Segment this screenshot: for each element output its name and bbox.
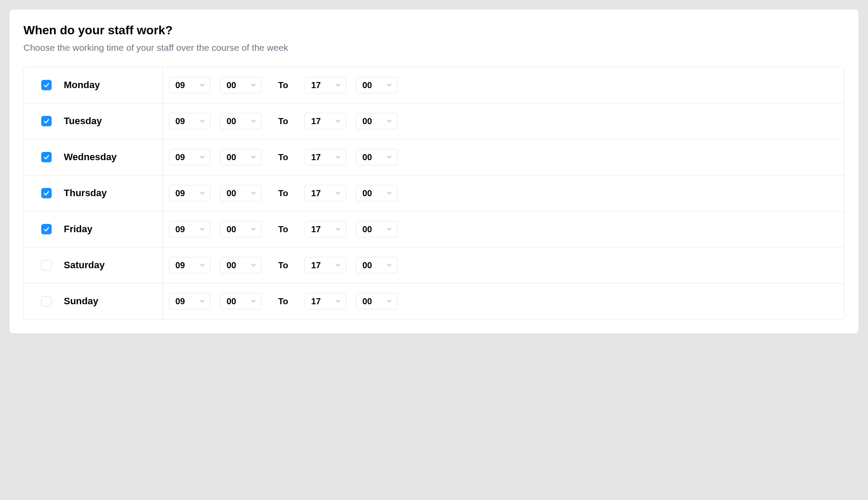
- chevron-down-icon: [199, 154, 206, 161]
- time-separator: To: [271, 80, 295, 90]
- start-hour-select[interactable]: 09: [169, 221, 210, 237]
- day-enabled-checkbox[interactable]: [41, 260, 52, 270]
- chevron-down-icon: [250, 82, 257, 89]
- end-hour-value: 17: [311, 260, 321, 270]
- day-label: Tuesday: [64, 115, 102, 127]
- start-minute-select[interactable]: 00: [220, 113, 262, 129]
- page-title: When do your staff work?: [23, 23, 845, 37]
- start-minute-value: 00: [227, 152, 236, 162]
- end-hour-select[interactable]: 17: [305, 257, 346, 273]
- day-enabled-checkbox[interactable]: [41, 224, 52, 234]
- time-cell: 09 00 To 17 00: [163, 283, 844, 319]
- chevron-down-icon: [199, 190, 206, 197]
- day-label: Sunday: [64, 296, 98, 307]
- time-cell: 09 00 To 17 00: [163, 175, 844, 211]
- start-hour-select[interactable]: 09: [169, 149, 210, 165]
- schedule-row-friday: Friday 09 00 To 17: [24, 211, 844, 247]
- end-minute-value: 00: [362, 260, 372, 270]
- check-icon: [43, 82, 49, 88]
- start-minute-select[interactable]: 00: [220, 185, 262, 201]
- chevron-down-icon: [250, 226, 257, 233]
- day-enabled-checkbox[interactable]: [41, 188, 52, 198]
- time-separator: To: [271, 296, 295, 306]
- chevron-down-icon: [386, 82, 393, 89]
- end-hour-select[interactable]: 17: [305, 293, 346, 309]
- start-minute-select[interactable]: 00: [220, 77, 262, 93]
- chevron-down-icon: [250, 154, 257, 161]
- time-cell: 09 00 To 17 00: [163, 139, 844, 175]
- chevron-down-icon: [335, 226, 342, 233]
- chevron-down-icon: [250, 190, 257, 197]
- start-hour-select[interactable]: 09: [169, 185, 210, 201]
- day-cell: Sunday: [24, 283, 163, 319]
- chevron-down-icon: [199, 118, 206, 125]
- end-hour-value: 17: [311, 116, 321, 126]
- page-subtitle: Choose the working time of your staff ov…: [23, 43, 845, 53]
- end-hour-select[interactable]: 17: [305, 149, 346, 165]
- time-separator: To: [271, 152, 295, 162]
- end-minute-select[interactable]: 00: [356, 293, 398, 309]
- start-minute-select[interactable]: 00: [220, 149, 262, 165]
- start-hour-value: 09: [175, 80, 185, 90]
- start-hour-select[interactable]: 09: [169, 77, 210, 93]
- start-hour-select[interactable]: 09: [169, 113, 210, 129]
- day-label: Monday: [64, 79, 100, 91]
- day-cell: Wednesday: [24, 139, 163, 175]
- time-cell: 09 00 To 17 00: [163, 211, 844, 247]
- chevron-down-icon: [250, 262, 257, 269]
- start-minute-select[interactable]: 00: [220, 221, 262, 237]
- end-minute-select[interactable]: 00: [356, 77, 398, 93]
- schedule-grid: Monday 09 00 To 17: [23, 67, 845, 319]
- start-minute-select[interactable]: 00: [220, 257, 262, 273]
- start-hour-select[interactable]: 09: [169, 257, 210, 273]
- end-minute-value: 00: [362, 224, 372, 234]
- end-hour-select[interactable]: 17: [305, 221, 346, 237]
- end-minute-select[interactable]: 00: [356, 221, 398, 237]
- end-minute-value: 00: [362, 296, 372, 306]
- end-hour-select[interactable]: 17: [305, 185, 346, 201]
- chevron-down-icon: [199, 298, 206, 305]
- start-minute-select[interactable]: 00: [220, 293, 262, 309]
- check-icon: [43, 154, 49, 160]
- check-icon: [43, 190, 49, 196]
- chevron-down-icon: [199, 262, 206, 269]
- schedule-row-thursday: Thursday 09 00 To 17: [24, 175, 844, 211]
- time-cell: 09 00 To 17 00: [163, 67, 844, 103]
- day-enabled-checkbox[interactable]: [41, 296, 52, 306]
- end-minute-select[interactable]: 00: [356, 257, 398, 273]
- chevron-down-icon: [386, 154, 393, 161]
- day-cell: Monday: [24, 67, 163, 103]
- chevron-down-icon: [199, 82, 206, 89]
- start-hour-value: 09: [175, 116, 185, 126]
- working-hours-card: When do your staff work? Choose the work…: [10, 10, 858, 333]
- end-hour-select[interactable]: 17: [305, 113, 346, 129]
- day-enabled-checkbox[interactable]: [41, 116, 52, 126]
- end-hour-value: 17: [311, 152, 321, 162]
- start-hour-value: 09: [175, 224, 185, 234]
- schedule-row-wednesday: Wednesday 09 00 To 17: [24, 139, 844, 175]
- day-enabled-checkbox[interactable]: [41, 152, 52, 162]
- day-enabled-checkbox[interactable]: [41, 80, 52, 90]
- start-minute-value: 00: [227, 188, 236, 198]
- day-cell: Tuesday: [24, 103, 163, 139]
- end-hour-value: 17: [311, 296, 321, 306]
- start-hour-select[interactable]: 09: [169, 293, 210, 309]
- end-minute-select[interactable]: 00: [356, 149, 398, 165]
- end-minute-select[interactable]: 00: [356, 185, 398, 201]
- chevron-down-icon: [386, 190, 393, 197]
- end-hour-value: 17: [311, 224, 321, 234]
- day-cell: Saturday: [24, 247, 163, 283]
- day-label: Saturday: [64, 260, 105, 271]
- end-minute-value: 00: [362, 188, 372, 198]
- chevron-down-icon: [335, 190, 342, 197]
- start-hour-value: 09: [175, 296, 185, 306]
- start-hour-value: 09: [175, 152, 185, 162]
- chevron-down-icon: [335, 298, 342, 305]
- day-label: Thursday: [64, 188, 107, 199]
- chevron-down-icon: [386, 118, 393, 125]
- time-separator: To: [271, 116, 295, 126]
- end-hour-select[interactable]: 17: [305, 77, 346, 93]
- chevron-down-icon: [386, 262, 393, 269]
- end-hour-value: 17: [311, 80, 321, 90]
- end-minute-select[interactable]: 00: [356, 113, 398, 129]
